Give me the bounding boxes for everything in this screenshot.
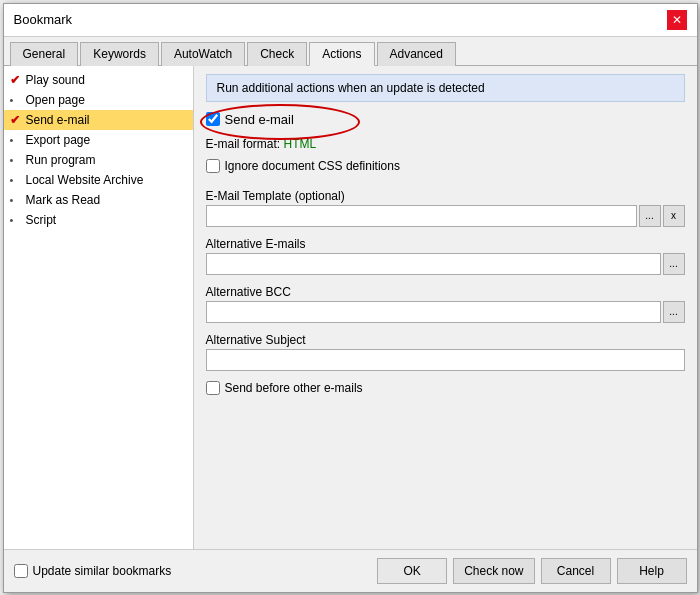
bullet-icon: •	[10, 194, 26, 206]
send-email-checkbox[interactable]	[206, 112, 220, 126]
template-input-row: ... x	[206, 205, 685, 227]
sidebar-item-label: Send e-mail	[26, 113, 90, 127]
sidebar-item-mark-as-read[interactable]: • Mark as Read	[4, 190, 193, 210]
alt-bcc-field-group: Alternative BCC ...	[206, 285, 685, 323]
sidebar-item-label: Run program	[26, 153, 96, 167]
alt-subject-input[interactable]	[206, 349, 685, 371]
sidebar-item-label: Open page	[26, 93, 85, 107]
template-browse-button[interactable]: ...	[639, 205, 661, 227]
cancel-button[interactable]: Cancel	[541, 558, 611, 584]
footer-buttons: OK Check now Cancel Help	[377, 558, 686, 584]
sidebar-item-script[interactable]: • Script	[4, 210, 193, 230]
css-row: Ignore document CSS definitions	[206, 159, 685, 173]
alt-emails-input[interactable]	[206, 253, 661, 275]
template-field-group: E-Mail Template (optional) ... x	[206, 189, 685, 227]
alt-emails-input-row: ...	[206, 253, 685, 275]
send-before-label[interactable]: Send before other e-mails	[225, 381, 363, 395]
sidebar-item-label: Export page	[26, 133, 91, 147]
bookmark-dialog: Bookmark ✕ General Keywords AutoWatch Ch…	[3, 3, 698, 593]
alt-emails-label: Alternative E-mails	[206, 237, 685, 251]
left-panel: ✔ Play sound • Open page ✔ Send e-mail •…	[4, 66, 194, 549]
send-email-label[interactable]: Send e-mail	[225, 112, 294, 127]
alt-emails-field-group: Alternative E-mails ...	[206, 237, 685, 275]
info-text: Run additional actions when an update is…	[217, 81, 485, 95]
alt-emails-browse-button[interactable]: ...	[663, 253, 685, 275]
info-bar: Run additional actions when an update is…	[206, 74, 685, 102]
sidebar-item-play-sound[interactable]: ✔ Play sound	[4, 70, 193, 90]
bullet-icon: •	[10, 94, 26, 106]
tabs-bar: General Keywords AutoWatch Check Actions…	[4, 37, 697, 66]
bullet-icon: •	[10, 154, 26, 166]
bullet-icon: •	[10, 214, 26, 226]
sidebar-item-label: Mark as Read	[26, 193, 101, 207]
title-bar: Bookmark ✕	[4, 4, 697, 37]
alt-subject-field-group: Alternative Subject	[206, 333, 685, 371]
check-icon: ✔	[10, 73, 26, 87]
alt-bcc-browse-button[interactable]: ...	[663, 301, 685, 323]
sidebar-item-open-page[interactable]: • Open page	[4, 90, 193, 110]
alt-bcc-input[interactable]	[206, 301, 661, 323]
update-similar-label[interactable]: Update similar bookmarks	[33, 564, 172, 578]
sidebar-item-send-email[interactable]: ✔ Send e-mail	[4, 110, 193, 130]
update-similar-checkbox[interactable]	[14, 564, 28, 578]
sidebar-item-run-program[interactable]: • Run program	[4, 150, 193, 170]
alt-subject-input-row	[206, 349, 685, 371]
format-label: E-mail format:	[206, 137, 281, 151]
template-input[interactable]	[206, 205, 637, 227]
bullet-icon: •	[10, 174, 26, 186]
footer: Update similar bookmarks OK Check now Ca…	[4, 549, 697, 592]
right-panel: Run additional actions when an update is…	[194, 66, 697, 549]
content-area: ✔ Play sound • Open page ✔ Send e-mail •…	[4, 66, 697, 549]
alt-bcc-input-row: ...	[206, 301, 685, 323]
sidebar-item-label: Script	[26, 213, 57, 227]
sidebar-item-local-archive[interactable]: • Local Website Archive	[4, 170, 193, 190]
alt-subject-label: Alternative Subject	[206, 333, 685, 347]
tab-general[interactable]: General	[10, 42, 79, 66]
bullet-icon: •	[10, 134, 26, 146]
format-row: E-mail format: HTML	[206, 137, 685, 151]
send-before-checkbox[interactable]	[206, 381, 220, 395]
sidebar-item-label: Local Website Archive	[26, 173, 144, 187]
tab-actions[interactable]: Actions	[309, 42, 374, 66]
close-button[interactable]: ✕	[667, 10, 687, 30]
css-label[interactable]: Ignore document CSS definitions	[225, 159, 400, 173]
alt-bcc-label: Alternative BCC	[206, 285, 685, 299]
tab-keywords[interactable]: Keywords	[80, 42, 159, 66]
check-now-button[interactable]: Check now	[453, 558, 534, 584]
dialog-title: Bookmark	[14, 12, 73, 27]
sidebar-item-label: Play sound	[26, 73, 85, 87]
format-value[interactable]: HTML	[284, 137, 317, 151]
tab-autowatch[interactable]: AutoWatch	[161, 42, 245, 66]
tab-advanced[interactable]: Advanced	[377, 42, 456, 66]
css-checkbox[interactable]	[206, 159, 220, 173]
help-button[interactable]: Help	[617, 558, 687, 584]
template-label: E-Mail Template (optional)	[206, 189, 685, 203]
check-icon: ✔	[10, 113, 26, 127]
tab-check[interactable]: Check	[247, 42, 307, 66]
footer-left: Update similar bookmarks	[14, 564, 172, 578]
send-before-row: Send before other e-mails	[206, 381, 685, 395]
ok-button[interactable]: OK	[377, 558, 447, 584]
send-email-row: Send e-mail	[206, 112, 685, 127]
sidebar-item-export-page[interactable]: • Export page	[4, 130, 193, 150]
template-clear-button[interactable]: x	[663, 205, 685, 227]
